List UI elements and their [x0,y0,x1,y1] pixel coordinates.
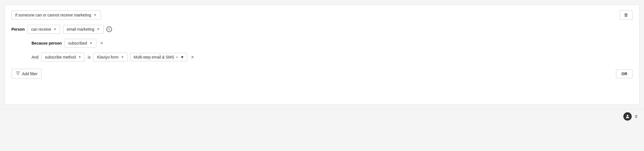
and-row: And subscribe method ▼ is Klaviyo form ▼… [11,53,633,62]
can-receive-label: can receive [31,27,51,31]
or-button-label: OR [621,72,627,76]
and-close-button[interactable]: × [190,54,195,60]
main-condition-dropdown[interactable]: If someone can or cannot receive marketi… [11,11,101,20]
trash-icon: 🗑 [624,13,628,18]
multi-step-tag-close[interactable]: × [176,55,178,59]
footer-count: 0 [635,114,637,119]
bottom-bar: Add filter OR [11,67,633,79]
subscribed-label: subscribed [68,41,87,45]
because-close-button[interactable]: × [99,40,104,46]
chevron-down-icon: ▼ [89,41,93,45]
svg-point-0 [627,115,628,116]
can-receive-dropdown[interactable]: can receive ▼ [27,25,60,34]
email-marketing-label: email marketing [67,27,94,31]
or-button[interactable]: OR [616,69,633,78]
info-icon[interactable]: i [106,26,112,32]
subscribe-method-label: subscribe method [45,55,76,59]
subscribed-dropdown[interactable]: subscribed ▼ [65,39,96,48]
chevron-down-icon: ▼ [93,13,97,17]
and-label: And [32,55,39,59]
footer-bar: 0 [0,109,644,123]
email-marketing-dropdown[interactable]: email marketing ▼ [63,25,104,34]
add-filter-button[interactable]: Add filter [11,69,42,79]
chevron-down-icon: ▼ [121,55,124,59]
person-row: Person can receive ▼ email marketing ▼ i [11,25,633,34]
multi-step-tag: Multi-step email & SMS × [133,55,178,59]
klaviyo-form-dropdown[interactable]: Klaviyo form ▼ [93,53,128,62]
top-row: If someone can or cannot receive marketi… [11,10,633,20]
delete-button[interactable]: 🗑 [620,10,633,20]
multi-step-tag-label: Multi-step email & SMS [133,55,174,59]
condition-block: If someone can or cannot receive marketi… [4,4,640,105]
klaviyo-form-label: Klaviyo form [97,55,118,59]
multi-step-tag-select[interactable]: Multi-step email & SMS × ▼ [130,53,187,61]
avatar-icon[interactable] [623,112,632,121]
chevron-down-icon: ▼ [78,55,81,59]
person-label: Person [11,27,25,31]
add-filter-label: Add filter [22,72,37,76]
chevron-down-icon: ▼ [180,55,184,59]
because-person-row: Because person subscribed ▼ × [11,39,633,48]
main-condition-label: If someone can or cannot receive marketi… [15,13,91,17]
because-label: Because person [32,41,62,45]
is-label: is [88,55,90,59]
subscribe-method-dropdown[interactable]: subscribe method ▼ [41,53,85,62]
chevron-down-icon: ▼ [97,27,100,31]
chevron-down-icon: ▼ [53,27,57,31]
filter-icon [16,71,20,76]
